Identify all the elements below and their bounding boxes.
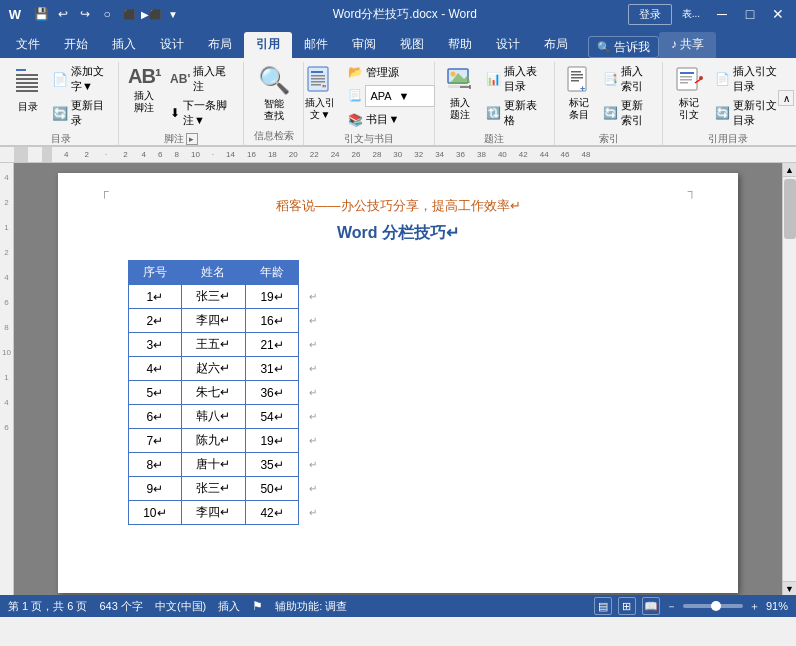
zoom-slider[interactable] — [683, 604, 743, 608]
qa-extra2[interactable]: ⬛ — [120, 5, 138, 23]
scroll-up-button[interactable]: ▲ — [783, 163, 797, 177]
svg-rect-20 — [571, 71, 581, 73]
zoom-minus-button[interactable]: － — [666, 599, 677, 614]
table-cell-1-1: 李四↵ — [181, 309, 245, 333]
view-read-button[interactable]: 📖 — [642, 597, 660, 615]
scroll-thumb[interactable] — [784, 179, 796, 239]
table-cell-2-2: 21↵ — [246, 333, 299, 357]
accessibility-icon: ⚑ — [252, 599, 263, 613]
insert-index-button[interactable]: 📑 插入索引 — [599, 62, 656, 96]
ribbon-content: 目录 📄 添加文字▼ 🔄 更新目录 目录 AB¹ — [0, 58, 796, 146]
zoom-level[interactable]: 91% — [766, 600, 788, 612]
style-icon: 📃 — [348, 89, 362, 102]
update-toc-button[interactable]: 🔄 更新目录 — [48, 96, 112, 130]
insert-endnote-button[interactable]: AB' 插入尾注 — [166, 62, 237, 96]
tab-view[interactable]: 视图 — [388, 32, 436, 58]
maximize-button[interactable]: □ — [738, 4, 762, 24]
add-text-button[interactable]: 📄 添加文字▼ — [48, 62, 112, 96]
update-table-label: 更新表格 — [504, 98, 544, 128]
svg-rect-22 — [571, 77, 583, 79]
tab-review[interactable]: 审阅 — [340, 32, 388, 58]
mark-citation-button[interactable]: 标记引文 — [669, 62, 708, 124]
accessibility-label[interactable]: 辅助功能: 调查 — [275, 599, 347, 614]
tab-table-layout[interactable]: 布局 — [532, 32, 580, 58]
smart-lookup-button[interactable]: 🔍 智能 查找 — [251, 62, 297, 125]
tab-table-design[interactable]: 设计 — [484, 32, 532, 58]
language[interactable]: 中文(中国) — [155, 599, 206, 614]
ruler: 4 2 · 2 4 6 8 10 · 14 16 18 20 22 24 26 … — [0, 147, 796, 163]
next-footnote-button[interactable]: ⬇ 下一条脚注▼ — [166, 96, 237, 130]
ruler-mark: 4 — [4, 173, 8, 182]
minimize-button[interactable]: ─ — [710, 4, 734, 24]
undo-qa-icon[interactable]: ↩ — [54, 5, 72, 23]
view-normal-button[interactable]: ▤ — [594, 597, 612, 615]
insert-table-of-figures-button[interactable]: 📊 插入表目录 — [482, 62, 548, 96]
zoom-slider-thumb[interactable] — [711, 601, 721, 611]
tab-mailings[interactable]: 邮件 — [292, 32, 340, 58]
mark-entry-button[interactable]: + 标记 条目 — [561, 62, 597, 124]
qa-dropdown[interactable]: ▼ — [164, 5, 182, 23]
svg-rect-9 — [311, 78, 325, 80]
col-header-index: 序号 — [129, 261, 182, 285]
tab-file[interactable]: 文件 — [4, 32, 52, 58]
word-count[interactable]: 643 个字 — [99, 599, 142, 614]
scroll-track — [783, 177, 797, 581]
svg-rect-26 — [680, 72, 694, 74]
tab-help[interactable]: 帮助 — [436, 32, 484, 58]
tab-search[interactable]: 🔍 告诉我 — [588, 36, 659, 58]
doc-page: ┌ ┐ 稻客说——办公技巧分享，提高工作效率↵ Word 分栏技巧↵ 序号 姓名… — [58, 173, 738, 593]
close-button[interactable]: ✕ — [766, 4, 790, 24]
redo-qa-icon[interactable]: ↪ — [76, 5, 94, 23]
tab-references[interactable]: 引用 — [244, 32, 292, 58]
insert-footnote-button[interactable]: AB¹ 插入脚注 — [125, 62, 164, 117]
page-info[interactable]: 第 1 页，共 6 页 — [8, 599, 87, 614]
table-cell-6-1: 陈九↵ — [181, 429, 245, 453]
toc-button[interactable]: 目录 — [10, 62, 46, 116]
corner-top-right: ┐ — [687, 185, 696, 197]
qa-extra1[interactable]: ○ — [98, 5, 116, 23]
scroll-down-button[interactable]: ▼ — [783, 581, 797, 595]
footnotes-expand-icon[interactable]: ▸ — [186, 133, 198, 145]
style-select[interactable]: APA ▼ — [365, 85, 435, 107]
bibliography-button[interactable]: 📚 书目▼ — [344, 110, 439, 129]
save-qa-icon[interactable]: 💾 — [32, 5, 50, 23]
style-dropdown-button[interactable]: 📃 APA ▼ — [344, 83, 439, 109]
table-cell-marker: ↵ — [299, 453, 328, 477]
svg-rect-8 — [311, 75, 325, 77]
group-index-content: + 标记 条目 📑 插入索引 🔄 更新索引 — [561, 62, 656, 130]
table-cell-marker: ↵ — [299, 501, 328, 525]
tab-layout[interactable]: 布局 — [196, 32, 244, 58]
right-scrollbar[interactable]: ▲ ▼ — [782, 163, 796, 595]
qa-extra3[interactable]: ▶⬛ — [142, 5, 160, 23]
tab-insert[interactable]: 插入 — [100, 32, 148, 58]
login-button[interactable]: 登录 — [628, 4, 672, 25]
group-index: + 标记 条目 📑 插入索引 🔄 更新索引 索引 — [555, 62, 663, 145]
manage-sources-button[interactable]: 📂 管理源 — [344, 63, 439, 82]
insert-caption-button[interactable]: 插入题注 — [441, 62, 480, 124]
update-table-button[interactable]: 🔃 更新表格 — [482, 96, 548, 130]
insert-toa-button[interactable]: 📄 插入引文目录 — [711, 62, 786, 96]
table-row: 10↵李四↵42↵↵ — [129, 501, 328, 525]
share-button[interactable]: ♪ 共享 — [659, 32, 716, 58]
zoom-plus-button[interactable]: ＋ — [749, 599, 760, 614]
svg-rect-23 — [571, 80, 579, 82]
input-mode[interactable]: 插入 — [218, 599, 240, 614]
insert-citation-button[interactable]: " 插入引文▼ — [298, 62, 342, 124]
group-toa-content: 标记引文 📄 插入引文目录 🔄 更新引文目录 — [669, 62, 786, 130]
group-footnotes-label: 脚注 ▸ — [125, 130, 237, 148]
view-layout-button[interactable]: ⊞ — [618, 597, 636, 615]
options-button[interactable]: 表... — [676, 5, 706, 23]
update-toa-button[interactable]: 🔄 更新引文目录 — [711, 96, 786, 130]
tab-home[interactable]: 开始 — [52, 32, 100, 58]
update-toc-icon: 🔄 — [52, 106, 68, 121]
ruler-mark: 2 — [4, 248, 8, 257]
ribbon-collapse-button[interactable]: ∧ — [778, 90, 794, 106]
tab-design[interactable]: 设计 — [148, 32, 196, 58]
update-index-button[interactable]: 🔄 更新索引 — [599, 96, 656, 130]
table-cell-marker: ↵ — [299, 477, 328, 501]
ribbon-tabs: 文件 开始 插入 设计 布局 引用 邮件 审阅 视图 帮助 设计 布局 🔍 告诉… — [0, 28, 796, 58]
toc-sub-buttons: 📄 添加文字▼ 🔄 更新目录 — [48, 62, 112, 130]
bib-label: 书目▼ — [366, 112, 399, 127]
toc-icon — [14, 65, 42, 99]
status-right: ▤ ⊞ 📖 － ＋ 91% — [594, 597, 788, 615]
